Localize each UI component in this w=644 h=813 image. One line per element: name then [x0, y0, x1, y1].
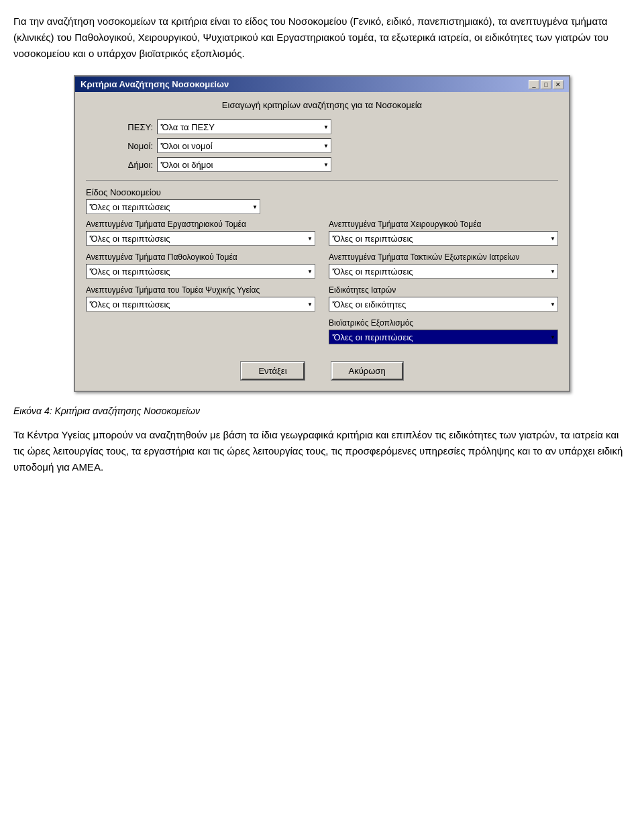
left-field-2: Ανεπτυγμένα Τμήματα του Τομέα Ψυχικής Υγ… [86, 285, 315, 312]
two-col-section: Ανεπτυγμένα Τμήματα Εργαστηριακού Τομέα … [86, 220, 558, 351]
close-button[interactable]: ✕ [553, 80, 564, 89]
pesu-select-wrapper: 'Όλα τα ΠΕΣΥ [157, 119, 331, 134]
right-field-0-select-wrapper: 'Όλες οι περιπτώσεις [329, 231, 558, 246]
dimoi-label: Δήμοι: [113, 160, 153, 170]
pesu-label: ΠΕΣΥ: [113, 122, 153, 132]
left-field-0-select-wrapper: 'Όλες οι περιπτώσεις [86, 231, 315, 246]
left-field-2-select-wrapper: 'Όλες οι περιπτώσεις [86, 297, 315, 312]
top-fields-section: ΠΕΣΥ: 'Όλα τα ΠΕΣΥ Νομοί: 'Όλοι οι νομοί… [86, 119, 558, 172]
right-field-0: Ανεπτυγμένα Τμήματα Χειρουργικού Τομέα '… [329, 220, 558, 246]
right-field-1: Ανεπτυγμένα Τμήματα Τακτικών Εξωτερικών … [329, 252, 558, 279]
right-field-1-select-wrapper: 'Όλες οι περιπτώσεις [329, 264, 558, 279]
right-field-1-select[interactable]: 'Όλες οι περιπτώσεις [329, 264, 558, 279]
eidos-label: Είδος Νοσοκομείου [86, 187, 558, 197]
minimize-button[interactable]: _ [529, 80, 539, 89]
section-divider [86, 180, 558, 181]
right-field-2-select-wrapper: 'Όλες οι ειδικότητες [329, 297, 558, 312]
right-field-0-label: Ανεπτυγμένα Τμήματα Χειρουργικού Τομέα [329, 220, 558, 229]
left-field-0: Ανεπτυγμένα Τμήματα Εργαστηριακού Τομέα … [86, 220, 315, 246]
nomoi-label: Νομοί: [113, 141, 153, 151]
left-field-2-label: Ανεπτυγμένα Τμήματα του Τομέα Ψυχικής Υγ… [86, 285, 315, 295]
right-field-2: Ειδικότητες Ιατρών 'Όλες οι ειδικότητες [329, 285, 558, 312]
left-field-0-label: Ανεπτυγμένα Τμήματα Εργαστηριακού Τομέα [86, 220, 315, 229]
left-field-2-select[interactable]: 'Όλες οι περιπτώσεις [86, 297, 315, 312]
left-field-1: Ανεπτυγμένα Τμήματα Παθολογικού Τομέα 'Ό… [86, 252, 315, 279]
right-column: Ανεπτυγμένα Τμήματα Χειρουργικού Τομέα '… [329, 220, 558, 351]
left-field-0-select[interactable]: 'Όλες οι περιπτώσεις [86, 231, 315, 246]
nomoi-select[interactable]: 'Όλοι οι νομοί [157, 138, 331, 153]
dialog-window: Κριτήρια Αναζήτησης Νοσοκομείων _ □ ✕ Ει… [74, 75, 570, 392]
left-field-1-label: Ανεπτυγμένα Τμήματα Παθολογικού Τομέα [86, 252, 315, 262]
right-field-0-select[interactable]: 'Όλες οι περιπτώσεις [329, 231, 558, 246]
dimoi-select-wrapper: 'Όλοι οι δήμοι [157, 157, 331, 172]
dialog-titlebar: Κριτήρια Αναζήτησης Νοσοκομείων _ □ ✕ [75, 77, 569, 92]
figure-caption: Εικόνα 4: Κριτήρια αναζήτησης Νοσοκομείω… [13, 405, 631, 416]
left-field-1-select-wrapper: 'Όλες οι περιπτώσεις [86, 264, 315, 279]
accept-button[interactable]: Εντάξει [241, 362, 304, 380]
right-field-3-select-wrapper: 'Όλες οι περιπτώσεις [329, 330, 558, 344]
pesu-row: ΠΕΣΥ: 'Όλα τα ΠΕΣΥ [113, 119, 558, 134]
dimoi-select[interactable]: 'Όλοι οι δήμοι [157, 157, 331, 172]
body-paragraph: Τα Κέντρα Υγείας μπορούν να αναζητηθούν … [13, 427, 631, 475]
dialog-title: Κριτήρια Αναζήτησης Νοσοκομείων [80, 79, 229, 89]
left-field-1-select[interactable]: 'Όλες οι περιπτώσεις [86, 264, 315, 279]
nomoi-row: Νομοί: 'Όλοι οι νομοί [113, 138, 558, 153]
right-field-2-select[interactable]: 'Όλες οι ειδικότητες [329, 297, 558, 312]
right-field-3-label: Βιοϊατρικός Εξοπλισμός [329, 318, 558, 328]
dialog-buttons: Εντάξει Ακύρωση [86, 362, 558, 380]
left-column: Ανεπτυγμένα Τμήματα Εργαστηριακού Τομέα … [86, 220, 315, 351]
right-field-3: Βιοϊατρικός Εξοπλισμός 'Όλες οι περιπτώσ… [329, 318, 558, 344]
nomoi-select-wrapper: 'Όλοι οι νομοί [157, 138, 331, 153]
right-field-3-select[interactable]: 'Όλες οι περιπτώσεις [329, 330, 558, 344]
intro-paragraph: Για την αναζήτηση νοσοκομείων τα κριτήρι… [13, 13, 631, 62]
right-field-2-label: Ειδικότητες Ιατρών [329, 285, 558, 295]
eidos-select-wrapper: 'Όλες οι περιπτώσεις [86, 199, 260, 214]
cancel-button[interactable]: Ακύρωση [331, 362, 403, 380]
eidos-section: Είδος Νοσοκομείου 'Όλες οι περιπτώσεις [86, 187, 558, 214]
dimoi-row: Δήμοι: 'Όλοι οι δήμοι [113, 157, 558, 172]
dialog-body: Εισαγωγή κριτηρίων αναζήτησης για τα Νοσ… [75, 92, 569, 391]
pesu-select[interactable]: 'Όλα τα ΠΕΣΥ [157, 119, 331, 134]
titlebar-buttons: _ □ ✕ [529, 80, 564, 89]
right-field-1-label: Ανεπτυγμένα Τμήματα Τακτικών Εξωτερικών … [329, 252, 558, 262]
maximize-button[interactable]: □ [541, 80, 551, 89]
eidos-select[interactable]: 'Όλες οι περιπτώσεις [86, 199, 260, 214]
dialog-subtitle: Εισαγωγή κριτηρίων αναζήτησης για τα Νοσ… [86, 100, 558, 110]
